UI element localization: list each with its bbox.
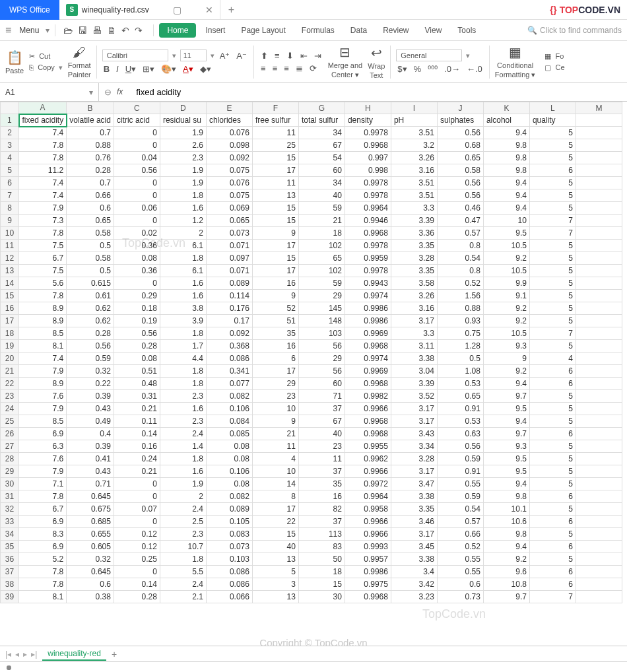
cell[interactable]: 7.5	[19, 240, 67, 252]
cell[interactable]: 16	[252, 277, 298, 290]
cell[interactable]: 0.02	[114, 227, 160, 240]
cell[interactable]: 9.3	[483, 440, 529, 453]
row-header[interactable]: 36	[1, 553, 19, 566]
cell[interactable]: 5	[529, 453, 576, 465]
cell[interactable]: 16	[252, 340, 298, 353]
column-header[interactable]: L	[529, 102, 576, 114]
cell[interactable]: 17	[252, 365, 298, 378]
column-header[interactable]: I	[391, 102, 437, 114]
cell[interactable]: 6	[252, 353, 298, 365]
cell[interactable]: 1.6	[160, 290, 206, 302]
cell[interactable]: 5	[252, 566, 298, 578]
cell[interactable]: 5	[529, 390, 576, 403]
cell[interactable]: 0.38	[67, 591, 114, 603]
cell[interactable]: 0.8	[437, 240, 483, 252]
wrap-text[interactable]: ↩ Wrap Text	[368, 45, 385, 79]
row-header[interactable]: 7	[1, 189, 19, 202]
cell[interactable]: 0.56	[437, 127, 483, 139]
cell[interactable]: 7.6	[19, 390, 67, 403]
cell[interactable]: 2.4	[160, 503, 206, 516]
cell[interactable]: 3.9	[160, 315, 206, 327]
cell[interactable]: 3.17	[391, 528, 437, 541]
cell[interactable]	[576, 578, 622, 591]
cell[interactable]: 0.645	[67, 490, 114, 503]
select-all-corner[interactable]	[1, 102, 19, 114]
cell[interactable]: 6	[529, 490, 576, 503]
cell[interactable]: 7.9	[19, 403, 67, 415]
cell[interactable]: 9.2	[483, 302, 529, 315]
cell[interactable]: 0.086	[206, 353, 252, 365]
cell[interactable]: 0.9946	[345, 215, 391, 227]
cell[interactable]: 0.51	[114, 365, 160, 378]
cell[interactable]: 0.14	[114, 428, 160, 440]
cell[interactable]: 52	[252, 302, 298, 315]
tab-review[interactable]: Review	[376, 23, 415, 38]
cell[interactable]: 3.17	[391, 465, 437, 478]
cell[interactable]: 2.3	[160, 528, 206, 541]
cell[interactable]: 0.59	[437, 490, 483, 503]
cell[interactable]: 0.368	[206, 340, 252, 353]
row-header[interactable]: 6	[1, 177, 19, 189]
cell[interactable]: 0.092	[206, 152, 252, 164]
cell[interactable]: 3.2	[391, 139, 437, 152]
cell[interactable]: 0.9966	[345, 516, 391, 528]
cell[interactable]: 3.46	[391, 516, 437, 528]
cell[interactable]: 3.38	[391, 553, 437, 566]
cell[interactable]: 6.9	[19, 541, 67, 553]
cell[interactable]: 0.18	[114, 302, 160, 315]
cell[interactable]: 8.9	[19, 302, 67, 315]
cell[interactable]: 40	[252, 541, 298, 553]
cell[interactable]: 0.58	[67, 227, 114, 240]
font-select[interactable]: Calibri	[102, 50, 168, 61]
cell[interactable]	[576, 215, 622, 227]
row-header[interactable]: 27	[1, 440, 19, 453]
cell[interactable]: 0.14	[114, 578, 160, 591]
cell[interactable]: 0.685	[67, 516, 114, 528]
column-header[interactable]: B	[67, 102, 114, 114]
row-header[interactable]: 39	[1, 591, 19, 603]
cell[interactable]: 18	[298, 227, 345, 240]
cell[interactable]: 0.9978	[345, 127, 391, 139]
cell[interactable]: 0.103	[206, 553, 252, 566]
undo-icon[interactable]: ↶	[121, 25, 129, 36]
cell[interactable]: 3.34	[391, 440, 437, 453]
cell[interactable]: fixed acidity	[19, 114, 67, 127]
cell[interactable]: 5	[529, 440, 576, 453]
cell[interactable]: 0.57	[437, 516, 483, 528]
row-header[interactable]: 17	[1, 315, 19, 327]
cell[interactable]: 9.5	[483, 465, 529, 478]
cell[interactable]: 0.675	[67, 503, 114, 516]
cell[interactable]: 0	[114, 566, 160, 578]
cell[interactable]: 0.66	[67, 189, 114, 202]
cell[interactable]: 3.17	[391, 415, 437, 428]
cell[interactable]: 0.68	[437, 139, 483, 152]
cell[interactable]: 3.23	[391, 591, 437, 603]
cell[interactable]: 0.077	[206, 378, 252, 390]
cell[interactable]: 35	[298, 478, 345, 490]
cell[interactable]: 5	[529, 202, 576, 215]
cell[interactable]: 102	[298, 240, 345, 252]
cell[interactable]: 2.3	[160, 152, 206, 164]
cut-button[interactable]: ✂Cut	[29, 52, 63, 61]
cell[interactable]: 7.9	[19, 465, 67, 478]
cell[interactable]: 0.62	[67, 315, 114, 327]
cell[interactable]: 5.6	[19, 277, 67, 290]
cell[interactable]: 3.28	[391, 453, 437, 465]
cell[interactable]: 0.58	[437, 164, 483, 177]
tab-insert[interactable]: Insert	[199, 23, 232, 38]
cell[interactable]: 3.4	[391, 566, 437, 578]
cell[interactable]: 0	[114, 127, 160, 139]
cell[interactable]: 3.04	[391, 365, 437, 378]
cell[interactable]: 3.39	[391, 215, 437, 227]
cell[interactable]: 11	[252, 127, 298, 139]
cell[interactable]: 7.8	[19, 578, 67, 591]
cell[interactable]: 9.9	[483, 277, 529, 290]
row-header[interactable]: 23	[1, 390, 19, 403]
tab-window-icon[interactable]: ▢	[173, 5, 182, 15]
cell[interactable]: 23	[298, 440, 345, 453]
cell[interactable]: 0.7	[67, 127, 114, 139]
row-header[interactable]: 13	[1, 265, 19, 277]
cell[interactable]: 1.28	[437, 340, 483, 353]
row-header[interactable]: 21	[1, 365, 19, 378]
indent-left-icon[interactable]: ⇤	[299, 51, 309, 61]
